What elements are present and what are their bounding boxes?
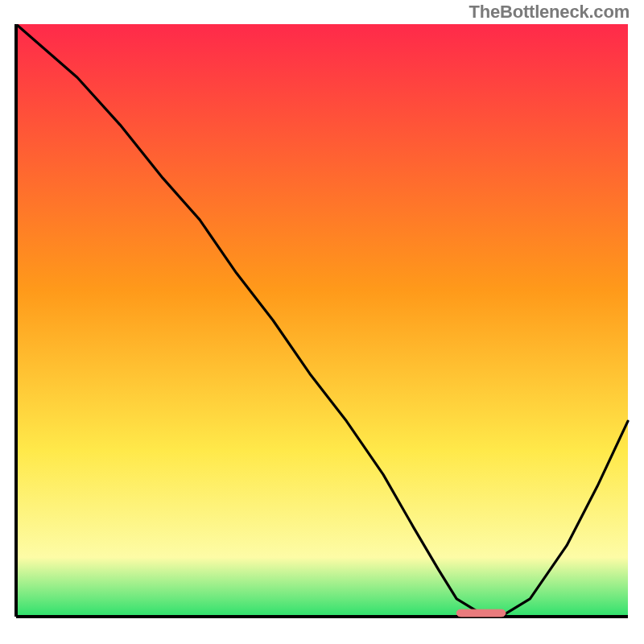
svg-rect-1	[13, 617, 631, 631]
svg-rect-4	[456, 609, 506, 617]
watermark-label: TheBottleneck.com	[469, 2, 630, 23]
bottleneck-plot	[13, 24, 631, 631]
plot-svg	[13, 24, 631, 631]
chart-container: TheBottleneck.com	[0, 0, 644, 644]
